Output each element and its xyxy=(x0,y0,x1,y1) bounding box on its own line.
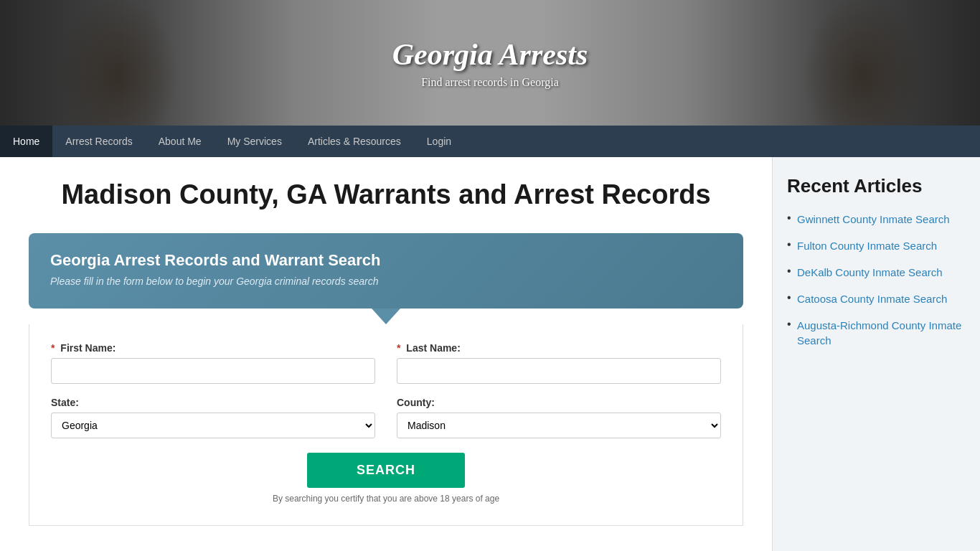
sidebar-title: Recent Articles xyxy=(787,175,966,197)
county-select[interactable]: Madison xyxy=(397,413,721,438)
nav-items-container: Home Arrest Records About Me My Services… xyxy=(0,126,980,157)
article-link[interactable]: Gwinnett County Inmate Search xyxy=(797,213,950,225)
article-link[interactable]: DeKalb County Inmate Search xyxy=(797,266,943,278)
main-content: Madison County, GA Warrants and Arrest R… xyxy=(0,157,772,551)
nav-home[interactable]: Home xyxy=(0,126,52,157)
hero-text-container: Georgia Arrests Find arrest records in G… xyxy=(392,37,588,89)
article-link[interactable]: Fulton County Inmate Search xyxy=(797,240,937,252)
card-pointer xyxy=(372,309,400,324)
state-select[interactable]: Georgia xyxy=(51,413,375,438)
certify-text: By searching you certify that you are ab… xyxy=(51,494,721,504)
article-link[interactable]: Catoosa County Inmate Search xyxy=(797,293,947,305)
site-title: Georgia Arrests xyxy=(392,37,588,72)
article-list: Gwinnett County Inmate SearchFulton Coun… xyxy=(787,212,966,348)
name-row: * First Name: * Last Name: xyxy=(51,342,721,384)
county-label: County: xyxy=(397,397,721,408)
page-title: Madison County, GA Warrants and Arrest R… xyxy=(29,179,743,212)
location-row: State: Georgia County: Madison xyxy=(51,397,721,438)
first-name-input[interactable] xyxy=(51,358,375,384)
search-card-subtitle: Please fill in the form below to begin y… xyxy=(50,276,722,287)
main-nav: Home Arrest Records About Me My Services… xyxy=(0,126,980,157)
last-name-group: * Last Name: xyxy=(397,342,721,384)
last-name-input[interactable] xyxy=(397,358,721,384)
county-group: County: Madison xyxy=(397,397,721,438)
article-list-item: Gwinnett County Inmate Search xyxy=(787,212,966,227)
article-link[interactable]: Augusta-Richmond County Inmate Search xyxy=(797,319,961,347)
first-name-label: * First Name: xyxy=(51,342,375,354)
nav-my-services[interactable]: My Services xyxy=(215,126,295,157)
state-group: State: Georgia xyxy=(51,397,375,438)
search-button[interactable]: SEARCH xyxy=(307,453,465,488)
page-body: Madison County, GA Warrants and Arrest R… xyxy=(0,157,980,551)
first-name-required: * xyxy=(51,342,55,354)
search-card-title: Georgia Arrest Records and Warrant Searc… xyxy=(50,251,722,270)
article-list-item: Catoosa County Inmate Search xyxy=(787,291,966,306)
article-list-item: Augusta-Richmond County Inmate Search xyxy=(787,318,966,348)
nav-arrest-records[interactable]: Arrest Records xyxy=(52,126,145,157)
hero-banner: Georgia Arrests Find arrest records in G… xyxy=(0,0,980,126)
last-name-required: * xyxy=(397,342,400,354)
first-name-group: * First Name: xyxy=(51,342,375,384)
article-list-item: DeKalb County Inmate Search xyxy=(787,265,966,280)
nav-login[interactable]: Login xyxy=(414,126,464,157)
last-name-label: * Last Name: xyxy=(397,342,721,354)
nav-articles-resources[interactable]: Articles & Resources xyxy=(295,126,414,157)
nav-about-me[interactable]: About Me xyxy=(146,126,215,157)
search-card: Georgia Arrest Records and Warrant Searc… xyxy=(29,233,743,309)
state-label: State: xyxy=(51,397,375,408)
sidebar: Recent Articles Gwinnett County Inmate S… xyxy=(772,157,980,551)
article-list-item: Fulton County Inmate Search xyxy=(787,238,966,253)
site-subtitle: Find arrest records in Georgia xyxy=(392,76,588,89)
form-area: * First Name: * Last Name: State: xyxy=(29,324,743,526)
